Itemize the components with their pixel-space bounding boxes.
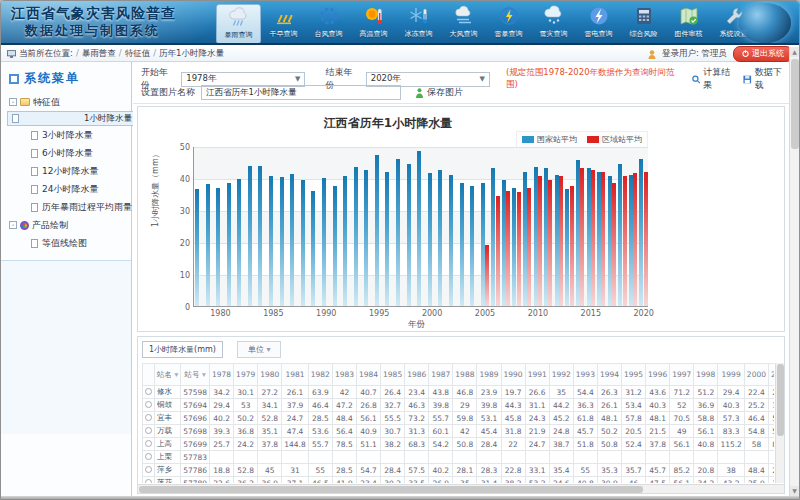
cell-value: 29 bbox=[453, 399, 477, 412]
legend-item-1[interactable]: 区域站平均 bbox=[587, 134, 642, 145]
cell-value: 48.4 bbox=[332, 412, 356, 425]
nav-item-map-check[interactable]: 图件审核 bbox=[666, 4, 711, 44]
year-header-1989[interactable]: 1989 bbox=[477, 364, 501, 386]
nav-item-globe-lightning[interactable]: 雷暴查询 bbox=[486, 4, 531, 44]
cell-value: 26.3 bbox=[597, 386, 621, 399]
breadcrumb-segment[interactable]: 历年1小时降水量 bbox=[159, 48, 224, 58]
cell-value: 55.7 bbox=[308, 438, 332, 451]
cell-value: 47.4 bbox=[282, 425, 308, 438]
nav-item-snow-cloud[interactable]: 雪灾查询 bbox=[531, 4, 576, 44]
table-horizontal-scrollbar[interactable] bbox=[138, 484, 784, 493]
year-header-1991[interactable]: 1991 bbox=[525, 364, 549, 386]
sidebar-title: 系统菜单 bbox=[1, 62, 131, 93]
year-header-1980[interactable]: 1980 bbox=[258, 364, 282, 386]
nav-item-calculator[interactable]: 综合风险 bbox=[621, 4, 666, 44]
breadcrumb-segment[interactable]: 特征值 bbox=[125, 48, 151, 58]
table-row-上栗[interactable]: 上栗 57783 bbox=[143, 451, 775, 464]
nav-item-rain-cloud[interactable]: 暴雨查询 bbox=[216, 4, 261, 44]
scrollbar-thumb[interactable] bbox=[791, 59, 799, 149]
cell-value bbox=[429, 451, 453, 464]
table-row-莲花[interactable]: 莲花 5778922.636.236.937.146.541.923.430.2… bbox=[143, 477, 775, 484]
freeze-icon bbox=[408, 5, 430, 27]
station-name-header[interactable]: 站名 ▾ bbox=[155, 364, 181, 386]
row-radio[interactable] bbox=[143, 412, 155, 425]
tree-leaf-24小时降水量[interactable]: 24小时降水量 bbox=[7, 180, 131, 198]
table-row-萍乡[interactable]: 萍乡 5778618.852.845315528.554.728.457.540… bbox=[143, 464, 775, 477]
station-id: 57783 bbox=[181, 451, 210, 464]
tree-node-0[interactable]: -特征值 bbox=[7, 93, 131, 111]
year-header-1993[interactable]: 1993 bbox=[573, 364, 597, 386]
image-name-input[interactable]: 江西省历年1小时降水量 bbox=[201, 85, 401, 100]
nav-item-drought[interactable]: 干旱查询 bbox=[261, 4, 306, 44]
nav-item-freeze[interactable]: 冰冻查询 bbox=[396, 4, 441, 44]
year-header-1984[interactable]: 1984 bbox=[356, 364, 380, 386]
row-radio[interactable] bbox=[143, 464, 155, 477]
unit-filter[interactable]: 单位 ▾ bbox=[237, 341, 282, 358]
year-header-1978[interactable]: 1978 bbox=[210, 364, 234, 386]
year-header-1985[interactable]: 1985 bbox=[381, 364, 405, 386]
year-header-1979[interactable]: 1979 bbox=[234, 364, 258, 386]
year-header-1994[interactable]: 1994 bbox=[597, 364, 621, 386]
cell-value: 41.9 bbox=[332, 477, 356, 484]
tree-leaf-历年暴雨过程平均雨量[interactable]: 历年暴雨过程平均雨量 bbox=[7, 198, 131, 216]
nav-item-wind[interactable]: 大风查询 bbox=[441, 4, 486, 44]
scroll-down-arrow[interactable]: ▼ bbox=[790, 486, 799, 496]
table-vertical-scrollbar[interactable] bbox=[775, 363, 784, 483]
table-row-修水[interactable]: 修水 5759834.230.127.226.163.94240.726.423… bbox=[143, 386, 775, 399]
tree-expand-icon[interactable]: - bbox=[9, 98, 17, 106]
tree-leaf-3小时降水量[interactable]: 3小时降水量 bbox=[7, 126, 131, 144]
nav-item-lightning[interactable]: 雷电查询 bbox=[576, 4, 621, 44]
year-header-1988[interactable]: 1988 bbox=[453, 364, 477, 386]
nav-item-typhoon[interactable]: 台风查询 bbox=[306, 4, 351, 44]
download-button[interactable]: 数据下载 bbox=[743, 66, 789, 92]
scroll-up-arrow[interactable]: ▲ bbox=[790, 47, 799, 57]
data-grid-container[interactable]: 站名 ▾ 站号 ▾1978197919801981198219831984198… bbox=[142, 363, 774, 483]
app-title-line1: 江西省气象灾害风险普查 bbox=[11, 5, 176, 22]
save-image-button[interactable]: 保存图片 bbox=[415, 86, 463, 99]
year-header-1997[interactable]: 1997 bbox=[670, 364, 694, 386]
station-id-header[interactable]: 站号 ▾ bbox=[181, 364, 210, 386]
legend-item-0[interactable]: 国家站平均 bbox=[522, 134, 577, 145]
year-header-1995[interactable]: 1995 bbox=[622, 364, 646, 386]
row-radio[interactable] bbox=[143, 399, 155, 412]
tree-leaf-6小时降水量[interactable]: 6小时降水量 bbox=[7, 144, 131, 162]
table-row-宜丰[interactable]: 宜丰 5769640.250.252.824.728.548.456.155.5… bbox=[143, 412, 775, 425]
year-header-2000[interactable]: 2000 bbox=[744, 364, 768, 386]
tree-leaf-12小时降水量[interactable]: 12小时降水量 bbox=[7, 162, 131, 180]
tree-node-1[interactable]: -产品绘制 bbox=[7, 216, 131, 234]
nav-item-high-temp[interactable]: 高温查询 bbox=[351, 4, 396, 44]
year-header-1986[interactable]: 1986 bbox=[405, 364, 429, 386]
year-header-1999[interactable]: 1999 bbox=[718, 364, 744, 386]
row-radio[interactable] bbox=[143, 438, 155, 451]
tree-leaf-1小时降水量[interactable]: 1小时降水量 bbox=[7, 111, 137, 126]
row-radio[interactable] bbox=[143, 477, 155, 484]
table-row-万载[interactable]: 万载 5769839.336.835.147.453.656.440.930.7… bbox=[143, 425, 775, 438]
row-radio[interactable] bbox=[143, 425, 155, 438]
year-header-1998[interactable]: 1998 bbox=[694, 364, 718, 386]
year-header-1990[interactable]: 1990 bbox=[501, 364, 525, 386]
table-header-row: 站名 ▾ 站号 ▾1978197919801981198219831984198… bbox=[143, 364, 775, 386]
logout-button[interactable]: 退出系统 bbox=[733, 46, 793, 62]
station-data-table: 站名 ▾ 站号 ▾1978197919801981198219831984198… bbox=[142, 363, 774, 483]
year-header-1983[interactable]: 1983 bbox=[332, 364, 356, 386]
table-row-上高[interactable]: 上高 5769925.724.237.8144.855.778.551.138.… bbox=[143, 438, 775, 451]
breadcrumb-segment[interactable]: 暴雨普查 bbox=[82, 48, 116, 58]
sidebar: 系统菜单 -特征值1小时降水量3小时降水量6小时降水量12小时降水量24小时降水… bbox=[1, 62, 132, 496]
tree-expand-icon[interactable]: - bbox=[9, 221, 17, 229]
calculate-button[interactable]: 计算结果 bbox=[692, 66, 738, 92]
year-header-1982[interactable]: 1982 bbox=[308, 364, 332, 386]
bar-national-1985 bbox=[269, 176, 273, 306]
table-row-铜鼓[interactable]: 铜鼓 5769429.45334.137.946.447.226.832.746… bbox=[143, 399, 775, 412]
year-header-1992[interactable]: 1992 bbox=[549, 364, 573, 386]
year-header-1996[interactable]: 1996 bbox=[646, 364, 670, 386]
year-header-2001[interactable]: 2001 bbox=[768, 364, 774, 386]
year-header-1981[interactable]: 1981 bbox=[282, 364, 308, 386]
bar-national-1987 bbox=[290, 174, 294, 306]
row-radio[interactable] bbox=[143, 451, 155, 464]
row-radio[interactable] bbox=[143, 386, 155, 399]
page-scrollbar[interactable]: ▲ ▼ bbox=[789, 47, 799, 496]
cell-value: 85.2 bbox=[670, 464, 694, 477]
bar-national-1997 bbox=[396, 159, 400, 306]
tree-leaf-等值线绘图[interactable]: 等值线绘图 bbox=[7, 234, 131, 252]
year-header-1987[interactable]: 1987 bbox=[429, 364, 453, 386]
